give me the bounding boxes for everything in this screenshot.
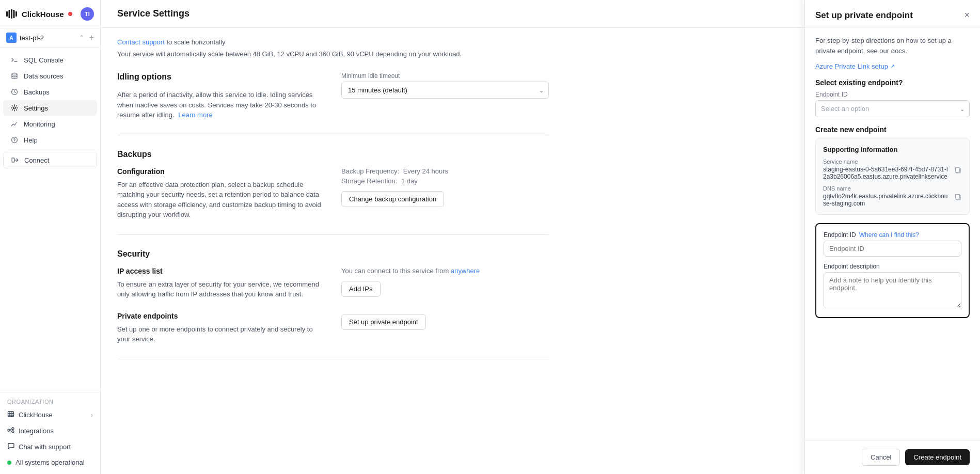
svg-point-7 (13, 107, 15, 109)
idling-left: Idling options After a period of inactiv… (117, 72, 325, 120)
sidebar-item-settings[interactable]: Settings (3, 100, 97, 116)
ip-access-right: You can connect to this service from any… (341, 267, 549, 299)
sidebar-item-label: SQL Console (24, 56, 64, 64)
panel-header-text: Set up private endpoint (815, 10, 913, 21)
service-name-value: staging-eastus-0-5a631ee3-697f-45d7-8731… (823, 166, 951, 180)
chat-support-item[interactable]: Chat with support (0, 439, 100, 455)
chart-icon (10, 120, 19, 128)
new-endpoint-form: Endpoint ID Where can I find this? Endpo… (815, 223, 970, 318)
svg-rect-1 (9, 10, 10, 18)
logo-icon (6, 9, 18, 19)
sidebar-item-sql-console[interactable]: SQL Console (3, 52, 97, 68)
ip-connect-text: You can connect to this service from any… (341, 267, 549, 275)
svg-rect-11 (8, 412, 14, 417)
sidebar-item-label: Monitoring (24, 120, 55, 128)
idling-right: Minimum idle timeout 15 minutes (default… (341, 72, 549, 120)
security-title: Security (117, 249, 549, 259)
sidebar-item-connect[interactable]: Connect (3, 152, 97, 168)
security-section: Security IP access list To ensure an ext… (117, 235, 549, 359)
create-endpoint-button[interactable]: Create endpoint (905, 449, 970, 465)
supporting-info-box: Supporting information Service name stag… (815, 138, 970, 215)
private-endpoints-left: Private endpoints Set up one or more end… (117, 312, 325, 344)
private-endpoints-right: Set up private endpoint (341, 312, 549, 344)
dns-name-copy-icon[interactable] (955, 194, 962, 202)
sidebar-item-label: Data sources (24, 72, 64, 80)
endpoint-select[interactable]: Select an option (815, 100, 970, 117)
service-name-copy-icon[interactable] (955, 167, 962, 176)
svg-rect-10 (12, 158, 14, 162)
integrations-item[interactable]: Integrations (0, 423, 100, 439)
svg-rect-0 (6, 11, 8, 17)
panel-desc: For step-by-step directions on how to se… (815, 36, 970, 56)
endpoint-desc-label: Endpoint description (824, 263, 961, 270)
contact-support-link[interactable]: Contact support (117, 38, 165, 46)
dns-name-label: DNS name (823, 185, 962, 192)
learn-more-link[interactable]: Learn more (178, 111, 212, 119)
org-icon (7, 410, 14, 419)
connect-icon (11, 156, 19, 164)
content-area: Idling options After a period of inactiv… (101, 58, 565, 359)
integrations-icon (7, 426, 14, 435)
add-ips-button[interactable]: Add IPs (341, 281, 381, 297)
ip-access-left: IP access list To ensure an extra layer … (117, 267, 325, 299)
panel-close-button[interactable]: × (964, 10, 970, 20)
change-backup-config-button[interactable]: Change backup configuration (341, 191, 444, 207)
database-icon (10, 72, 19, 80)
sidebar-item-help[interactable]: Help (3, 132, 97, 148)
where-find-link[interactable]: Where can I find this? (859, 231, 919, 239)
status-label: All systems operational (15, 459, 85, 466)
svg-point-14 (12, 431, 14, 433)
sidebar-header: ClickHouse TI (0, 0, 100, 28)
storage-retention: Storage Retention: 1 day (341, 177, 549, 185)
config-title: Configuration (117, 167, 325, 176)
anywhere-link[interactable]: anywhere (451, 267, 480, 275)
idle-timeout-select[interactable]: 15 minutes (default) 30 minutes 1 hour N… (341, 82, 549, 99)
ip-access-desc: To ensure an extra layer of security for… (117, 279, 325, 299)
sidebar-item-monitoring[interactable]: Monitoring (3, 116, 97, 132)
select-existing-title: Select existing endpoint? (815, 78, 970, 87)
status-dot (7, 461, 11, 465)
connect-label: Connect (24, 156, 49, 164)
workspace-selector[interactable]: A test-pl-2 ⌃ + (0, 28, 100, 48)
backups-section: Backups Configuration For an effective d… (117, 135, 549, 235)
sidebar-item-label: Help (24, 136, 38, 144)
app-name: ClickHouse (22, 10, 64, 19)
private-endpoints-title: Private endpoints (117, 312, 325, 320)
private-endpoint-panel: Set up private endpoint × For step-by-st… (804, 0, 980, 474)
dns-name-row: gqtv8o2m4k.eastus.privatelink.azure.clic… (823, 193, 962, 207)
svg-point-5 (12, 73, 17, 75)
sidebar-item-data-sources[interactable]: Data sources (3, 68, 97, 84)
org-item[interactable]: ClickHouse › (0, 407, 100, 423)
workspace-icon: A (6, 33, 17, 43)
add-workspace-icon[interactable]: + (89, 33, 94, 42)
user-avatar[interactable]: TI (81, 7, 94, 21)
org-name: ClickHouse (19, 411, 53, 419)
settings-icon (10, 104, 19, 112)
endpoint-id-input[interactable] (824, 241, 961, 257)
panel-docs-link[interactable]: Azure Private Link setup ↗ (815, 62, 895, 70)
contact-rest: to scale horizontally (165, 38, 226, 46)
workspace-name: test-pl-2 (20, 34, 76, 42)
new-endpoint-id-label: Endpoint ID Where can I find this? (824, 231, 961, 239)
svg-point-13 (12, 428, 14, 430)
sidebar-item-backups[interactable]: Backups (3, 84, 97, 100)
panel-footer: Cancel Create endpoint (805, 440, 980, 474)
panel-title: Set up private endpoint (815, 10, 913, 21)
integrations-label: Integrations (19, 427, 54, 435)
svg-point-12 (8, 429, 10, 431)
panel-header: Set up private endpoint × (805, 0, 980, 27)
backup-frequency: Backup Frequency: Every 24 hours (341, 167, 549, 175)
sidebar: ClickHouse TI A test-pl-2 ⌃ + SQL Consol… (0, 0, 101, 474)
idling-section: Idling options After a period of inactiv… (117, 58, 549, 135)
ip-access-title: IP access list (117, 267, 325, 275)
cancel-button[interactable]: Cancel (862, 449, 900, 466)
panel-body: For step-by-step directions on how to se… (805, 27, 980, 440)
chat-icon (7, 443, 14, 451)
endpoint-desc-textarea[interactable] (824, 272, 961, 308)
help-icon (10, 136, 19, 144)
svg-point-9 (14, 141, 15, 142)
setup-private-endpoint-button[interactable]: Set up private endpoint (341, 314, 426, 330)
svg-rect-3 (13, 10, 15, 18)
status-item: All systems operational (0, 455, 100, 470)
service-name-row: staging-eastus-0-5a631ee3-697f-45d7-8731… (823, 166, 962, 185)
